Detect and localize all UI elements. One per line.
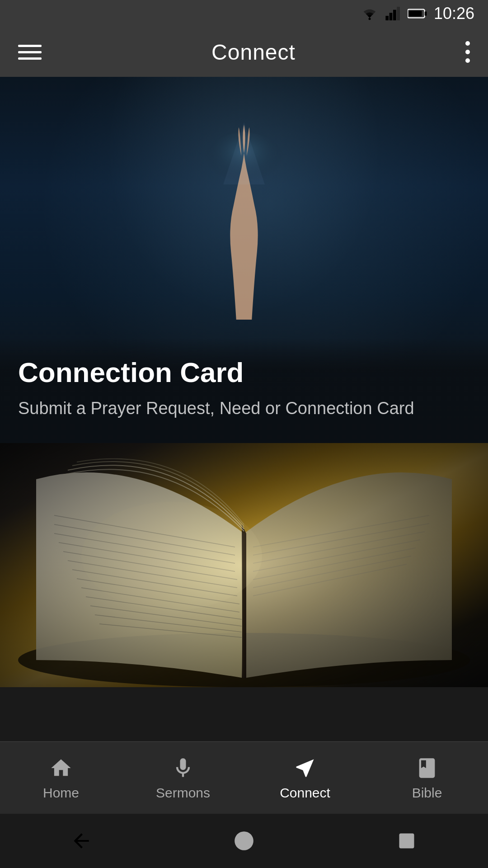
status-time: 10:26	[434, 4, 474, 23]
app-bar: Connect	[0, 27, 488, 77]
wifi-icon	[361, 7, 379, 20]
svg-rect-32	[0, 443, 488, 687]
connection-card-title: Connection Card	[18, 356, 470, 388]
svg-rect-1	[385, 16, 389, 20]
svg-rect-7	[409, 11, 422, 17]
recent-button[interactable]	[389, 823, 425, 859]
svg-rect-34	[399, 834, 414, 849]
praying-hand-image	[185, 122, 303, 330]
nav-item-home[interactable]: Home	[0, 755, 122, 801]
svg-point-33	[235, 831, 253, 850]
home-icon	[48, 755, 74, 781]
nav-item-sermons[interactable]: Sermons	[122, 755, 244, 801]
connection-card-subtitle: Submit a Prayer Request, Need or Connect…	[18, 396, 470, 420]
svg-rect-2	[389, 13, 393, 20]
signal-icon	[385, 7, 401, 20]
bottom-nav: Home Sermons Connect Bible	[0, 741, 488, 814]
status-bar: 10:26	[0, 0, 488, 27]
svg-rect-3	[393, 10, 396, 20]
connect-icon	[292, 755, 318, 781]
battery-icon	[408, 7, 427, 20]
nav-label-bible: Bible	[412, 785, 442, 801]
mic-icon	[170, 755, 196, 781]
menu-button[interactable]	[18, 45, 42, 60]
home-button[interactable]	[226, 823, 262, 859]
status-icons: 10:26	[361, 4, 474, 23]
nav-label-home: Home	[43, 785, 79, 801]
hero-text-area: Connection Card Submit a Prayer Request,…	[0, 338, 488, 443]
nav-label-sermons: Sermons	[156, 785, 210, 801]
bible-image	[0, 443, 488, 687]
nav-label-connect: Connect	[280, 785, 330, 801]
back-button[interactable]	[63, 823, 99, 859]
app-title: Connect	[211, 40, 296, 65]
nav-item-connect[interactable]: Connect	[244, 755, 366, 801]
bible-icon	[414, 755, 440, 781]
svg-point-0	[368, 18, 371, 20]
system-nav	[0, 814, 488, 868]
nav-item-bible[interactable]: Bible	[366, 755, 488, 801]
bible-section[interactable]	[0, 443, 488, 687]
more-options-button[interactable]	[465, 41, 470, 63]
hero-section[interactable]: Connection Card Submit a Prayer Request,…	[0, 77, 488, 443]
svg-rect-4	[397, 7, 400, 20]
svg-rect-6	[425, 11, 427, 15]
